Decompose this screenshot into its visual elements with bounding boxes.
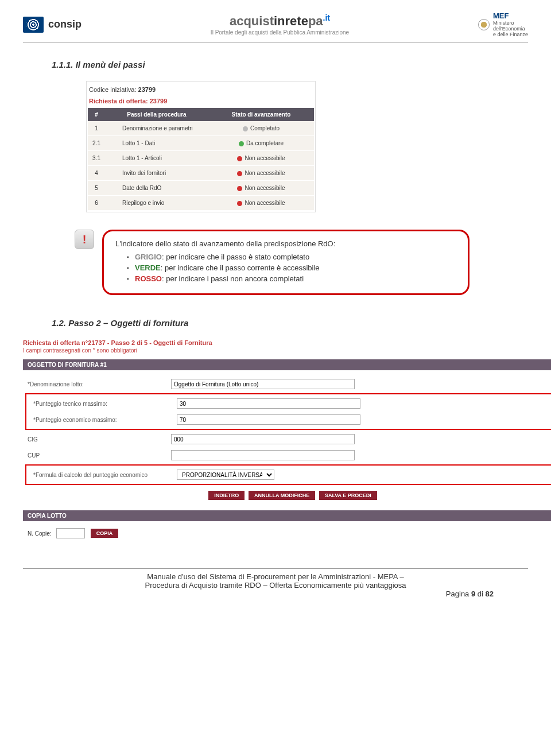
- row-formula: *Formula di calcolo del punteggio econom…: [29, 467, 551, 483]
- legend-grigio: GRIGIO: per indicare che il passo è stat…: [127, 253, 456, 261]
- portal-subtitle: Il Portale degli acquisti della Pubblica…: [211, 29, 349, 36]
- section-1-1-1-title: 1.1.1. Il menù dei passi: [52, 60, 528, 69]
- punteggio-tecnico-input[interactable]: [177, 398, 360, 409]
- page-header: consip acquistinretepa.it Il Portale deg…: [23, 11, 528, 42]
- form-buttons: INDIETRO ANNULLA MODIFICHE SALVA E PROCE…: [23, 486, 551, 505]
- exclamation-icon: !: [75, 230, 94, 249]
- copia-lotto-header: COPIA LOTTO: [23, 510, 551, 521]
- row-punteggio-tecnico: *Punteggio tecnico massimo:: [29, 396, 551, 412]
- n-copie-input[interactable]: [56, 528, 85, 538]
- portal-name: acquistinretepa.it: [211, 13, 349, 29]
- annulla-modifiche-button[interactable]: ANNULLA MODIFICHE: [249, 491, 315, 500]
- page-footer: Manuale d'uso del Sistema di E-procureme…: [23, 568, 528, 598]
- highlight-punteggi: *Punteggio tecnico massimo: *Punteggio e…: [25, 393, 551, 430]
- indietro-button[interactable]: INDIETRO: [208, 491, 245, 500]
- screenshot-passi-menu: Codice iniziativa: 23799 Richiesta di of…: [86, 81, 316, 212]
- status-dot-gray-icon: [243, 126, 248, 131]
- table-row: 2.1Lotto 1 - DatiDa completare: [88, 136, 314, 151]
- consip-text: consip: [48, 18, 82, 30]
- logo-acquistinretepa: acquistinretepa.it Il Portale degli acqu…: [211, 13, 349, 35]
- table-row: 4Invito dei fornitoriNon accessibile: [88, 166, 314, 181]
- info-content: L'indicatore dello stato di avanzamento …: [102, 230, 469, 295]
- copia-button[interactable]: COPIA: [91, 529, 119, 538]
- oggetto-fornitura-header: OGGETTO DI FORNITURA #1: [23, 359, 551, 370]
- status-dot-red-icon: [237, 156, 242, 161]
- passi-table: # Passi della procedura Stato di avanzam…: [88, 108, 314, 211]
- richiesta-offerta: Richiesta di offerta: 23799: [88, 96, 314, 108]
- consip-icon: [23, 17, 44, 33]
- logo-consip: consip: [23, 17, 82, 33]
- cup-input[interactable]: [171, 450, 355, 460]
- th-num: #: [88, 108, 105, 121]
- denominazione-lotto-input[interactable]: [171, 379, 355, 389]
- legend-verde: VERDE: per indicare che il passo corrent…: [127, 263, 456, 272]
- status-dot-red-icon: [237, 171, 242, 176]
- footer-line1: Manuale d'uso del Sistema di E-procureme…: [23, 572, 528, 581]
- formula-select[interactable]: PROPORZIONALITÀ INVERSA: [177, 470, 274, 480]
- salva-procedi-button[interactable]: SALVA E PROCEDI: [319, 491, 377, 500]
- row-denominazione: *Denominazione lotto:: [23, 376, 551, 392]
- screenshot-oggetti-fornitura: Richiesta di offerta n°21737 - Passo 2 d…: [23, 339, 551, 545]
- info-intro: L'indicatore dello stato di avanzamento …: [115, 239, 456, 248]
- row-cig: CIG: [23, 431, 551, 447]
- row-cup: CUP: [23, 447, 551, 463]
- status-dot-green-icon: [239, 141, 244, 146]
- section-1-2-title: 1.2. Passo 2 – Oggetti di fornitura: [52, 318, 528, 328]
- table-row: 1Denominazione e parametriCompletato: [88, 121, 314, 136]
- mef-emblem-icon: [478, 19, 490, 30]
- highlight-formula: *Formula di calcolo del punteggio econom…: [25, 464, 551, 485]
- codice-iniziativa: Codice iniziativa: 23799: [88, 83, 314, 96]
- required-fields-note: I campi contrassegnati con * sono obblig…: [23, 347, 551, 354]
- cig-input[interactable]: [171, 434, 355, 444]
- table-row: 3.1Lotto 1 - ArticoliNon accessibile: [88, 151, 314, 166]
- punteggio-economico-input[interactable]: [177, 414, 360, 425]
- status-dot-red-icon: [237, 201, 242, 206]
- page-number: Pagina 9 di 82: [23, 590, 528, 598]
- rdo-passo-title: Richiesta di offerta n°21737 - Passo 2 d…: [23, 339, 212, 346]
- row-punteggio-economico: *Punteggio economico massimo:: [29, 412, 551, 428]
- footer-line2: Procedura di Acquisto tramite RDO – Offe…: [23, 581, 528, 590]
- th-stato: Stato di avanzamento: [208, 108, 314, 121]
- legend-rosso: ROSSO: per indicare i passi non ancora c…: [127, 274, 456, 283]
- th-passi: Passi della procedura: [105, 108, 208, 121]
- status-dot-red-icon: [237, 186, 242, 191]
- logo-mef: MEF Ministero dell'Economia e delle Fina…: [478, 11, 528, 37]
- fornitura-form: *Denominazione lotto: *Punteggio tecnico…: [23, 370, 551, 510]
- info-callout: ! L'indicatore dello stato di avanzament…: [75, 230, 528, 295]
- row-copie: N. Copie: COPIA: [23, 521, 551, 545]
- table-row: 5Date della RdONon accessibile: [88, 181, 314, 196]
- table-row: 6Riepilogo e invioNon accessibile: [88, 196, 314, 211]
